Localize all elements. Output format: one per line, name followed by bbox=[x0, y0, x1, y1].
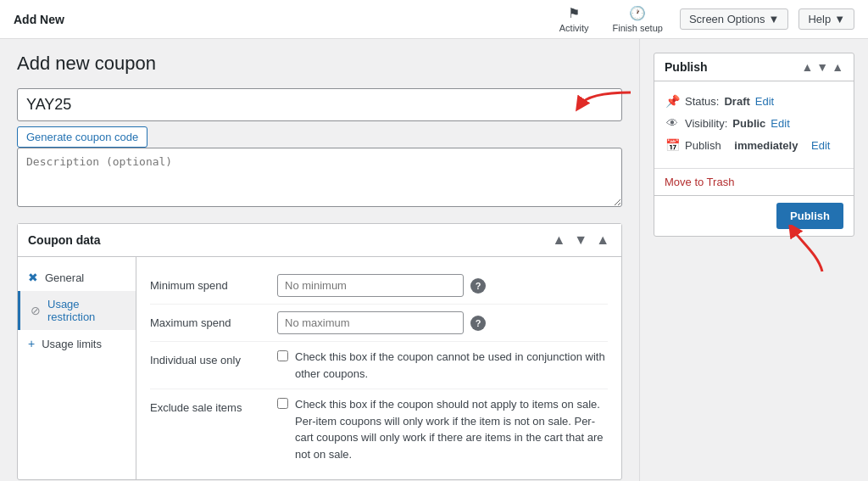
visibility-label: Visibility: bbox=[685, 117, 727, 130]
maximum-spend-help-icon[interactable]: ? bbox=[470, 316, 486, 331]
individual-use-checkbox-row: Check this box if the coupon cannot be u… bbox=[277, 349, 608, 382]
screen-options-button[interactable]: Screen Options ▼ bbox=[680, 8, 788, 30]
activity-button[interactable]: ⚑ Activity bbox=[553, 2, 596, 36]
publish-button[interactable]: Publish bbox=[776, 203, 843, 229]
tab-usage-restriction-label: Usage restriction bbox=[47, 298, 125, 323]
publish-body: 📌 Status: Draft Edit 👁 Visibility: Publi… bbox=[654, 81, 854, 165]
status-icon: 📌 bbox=[665, 94, 680, 108]
activity-label: Activity bbox=[559, 23, 589, 33]
individual-use-checkbox[interactable] bbox=[277, 350, 288, 361]
publish-title: Publish bbox=[665, 60, 708, 74]
center-content: Add new coupon Generate coupon code bbox=[0, 39, 639, 481]
box-controls: ▲ ▼ ▲ bbox=[550, 231, 611, 249]
tab-usage-restriction[interactable]: ⊘ Usage restriction bbox=[18, 291, 136, 330]
minimum-spend-row: Minimum spend ? bbox=[150, 267, 608, 305]
move-to-trash-link[interactable]: Move to Trash bbox=[665, 176, 843, 188]
maximum-spend-row: Maximum spend ? bbox=[150, 305, 608, 342]
exclude-sale-description: Check this box if the coupon should not … bbox=[295, 396, 608, 462]
help-button[interactable]: Help ▼ bbox=[798, 8, 854, 30]
calendar-icon: 📅 bbox=[665, 138, 680, 152]
page-title: Add new coupon bbox=[17, 53, 622, 75]
generate-coupon-button[interactable]: Generate coupon code bbox=[17, 126, 147, 148]
exclude-sale-checkbox[interactable] bbox=[277, 398, 288, 409]
screen-options-label: Screen Options bbox=[689, 13, 765, 25]
publish-header: Publish ▲ ▼ ▲ bbox=[654, 53, 854, 81]
coupon-data-title: Coupon data bbox=[28, 233, 101, 247]
general-tab-icon: ✖ bbox=[28, 271, 38, 284]
tab-general-label: General bbox=[45, 271, 84, 284]
individual-use-description: Check this box if the coupon cannot be u… bbox=[295, 349, 608, 382]
main-content: Add new coupon Generate coupon code bbox=[0, 39, 868, 481]
minimum-spend-help-icon[interactable]: ? bbox=[470, 278, 486, 294]
activity-icon: ⚑ bbox=[568, 5, 580, 21]
tab-usage-limits[interactable]: + Usage limits bbox=[18, 330, 136, 357]
publish-divider bbox=[654, 168, 854, 169]
collapse-down-button[interactable]: ▼ bbox=[572, 231, 589, 249]
exclude-sale-label: Exclude sale items bbox=[150, 396, 277, 414]
publish-time-edit-link[interactable]: Edit bbox=[811, 139, 830, 152]
visibility-edit-link[interactable]: Edit bbox=[771, 117, 789, 130]
publish-close[interactable]: ▲ bbox=[832, 60, 843, 74]
individual-use-field: Check this box if the coupon cannot be u… bbox=[277, 349, 608, 382]
minimum-spend-field: ? bbox=[277, 274, 608, 297]
page-header-title: Add New bbox=[14, 13, 64, 26]
publish-collapse-down[interactable]: ▼ bbox=[816, 60, 828, 74]
box-inner: ✖ General ⊘ Usage restriction + Usage li… bbox=[18, 257, 621, 479]
usage-limits-tab-icon: + bbox=[28, 337, 35, 350]
visibility-icon: 👁 bbox=[665, 116, 680, 130]
tab-content: Minimum spend ? Maximum spend ? bbox=[136, 257, 621, 479]
coupon-code-section: Generate coupon code bbox=[17, 88, 622, 148]
finish-setup-button[interactable]: 🕐 Finish setup bbox=[606, 2, 670, 36]
publish-arrow-annotation bbox=[776, 225, 835, 276]
individual-use-row: Individual use only Check this box if th… bbox=[150, 342, 608, 389]
right-sidebar: Publish ▲ ▼ ▲ 📌 Status: Draft Edit 👁 bbox=[639, 39, 868, 481]
publish-collapse-up[interactable]: ▲ bbox=[801, 60, 813, 74]
maximum-spend-input[interactable] bbox=[277, 311, 464, 334]
publish-immediately: immediately bbox=[734, 139, 798, 152]
status-label: Status: bbox=[685, 95, 719, 108]
usage-restriction-tab-icon: ⊘ bbox=[31, 304, 41, 317]
visibility-value: Public bbox=[732, 117, 765, 130]
coupon-data-box: Coupon data ▲ ▼ ▲ ✖ General ⊘ Usage res bbox=[17, 223, 622, 480]
tabs-sidebar: ✖ General ⊘ Usage restriction + Usage li… bbox=[18, 257, 136, 479]
close-box-button[interactable]: ▲ bbox=[594, 231, 611, 249]
tab-general[interactable]: ✖ General bbox=[18, 264, 136, 291]
visibility-row: 👁 Visibility: Public Edit bbox=[665, 112, 843, 134]
top-right-controls: ⚑ Activity 🕐 Finish setup Screen Options… bbox=[553, 2, 854, 36]
coupon-input-container bbox=[17, 88, 622, 121]
chevron-down-icon: ▼ bbox=[834, 13, 845, 25]
publish-box: Publish ▲ ▼ ▲ 📌 Status: Draft Edit 👁 bbox=[654, 53, 854, 237]
status-row: 📌 Status: Draft Edit bbox=[665, 90, 843, 112]
minimum-spend-input[interactable] bbox=[277, 274, 464, 297]
top-bar: Add New ⚑ Activity 🕐 Finish setup Screen… bbox=[0, 0, 868, 39]
clock-icon: 🕐 bbox=[629, 5, 646, 21]
coupon-data-header: Coupon data ▲ ▼ ▲ bbox=[18, 224, 621, 257]
status-value: Draft bbox=[724, 95, 749, 108]
help-label: Help bbox=[808, 13, 831, 25]
publish-header-controls: ▲ ▼ ▲ bbox=[801, 60, 843, 74]
publish-footer: Publish bbox=[654, 195, 854, 236]
publish-btn-container: Publish bbox=[776, 203, 843, 229]
coupon-code-input[interactable] bbox=[17, 88, 622, 121]
collapse-up-button[interactable]: ▲ bbox=[550, 231, 567, 249]
individual-use-label: Individual use only bbox=[150, 349, 277, 366]
publish-time-row: 📅 Publish immediately Edit bbox=[665, 134, 843, 156]
maximum-spend-field: ? bbox=[277, 311, 608, 334]
exclude-sale-row: Exclude sale items Check this box if the… bbox=[150, 389, 608, 469]
tab-usage-limits-label: Usage limits bbox=[42, 338, 102, 350]
publish-label: Publish bbox=[685, 139, 721, 152]
minimum-spend-label: Minimum spend bbox=[150, 274, 277, 292]
chevron-down-icon: ▼ bbox=[769, 13, 780, 25]
status-edit-link[interactable]: Edit bbox=[755, 95, 774, 108]
finish-setup-label: Finish setup bbox=[613, 23, 663, 33]
exclude-sale-checkbox-row: Check this box if the coupon should not … bbox=[277, 396, 608, 462]
description-textarea[interactable] bbox=[17, 148, 622, 207]
maximum-spend-label: Maximum spend bbox=[150, 311, 277, 329]
exclude-sale-field: Check this box if the coupon should not … bbox=[277, 396, 608, 462]
